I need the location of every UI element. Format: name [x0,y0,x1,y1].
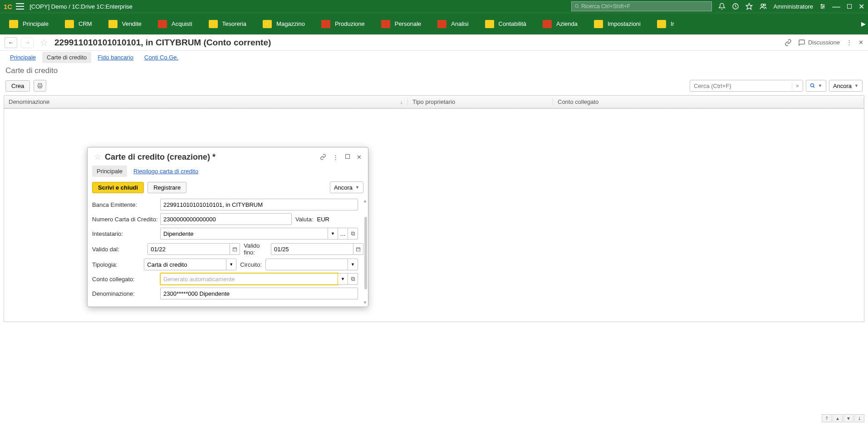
bank-input[interactable] [160,199,358,210]
validto-calendar-button[interactable] [353,243,363,255]
scrollbar[interactable] [364,217,367,289]
bell-icon[interactable] [718,3,726,10]
svg-line-17 [813,87,814,88]
maximize-icon[interactable] [345,154,350,159]
link-icon[interactable] [785,39,792,46]
list-search[interactable]: × [690,80,803,92]
close-page-button[interactable]: ✕ [858,39,863,46]
star-icon[interactable] [745,3,753,10]
type-input[interactable] [144,259,226,270]
nav-personale[interactable]: Personale [376,13,432,34]
holder-ellipsis-button[interactable]: … [338,228,348,239]
svg-point-11 [822,7,823,8]
search-icon [810,83,815,88]
global-search[interactable] [571,1,712,11]
validto-input[interactable] [271,243,353,255]
holder-open-button[interactable] [348,228,358,239]
account-open-button[interactable] [348,273,358,285]
global-search-input[interactable] [581,3,709,10]
nav-tesoreria[interactable]: Tesoreria [203,13,257,34]
currency-value: EUR [317,216,329,223]
page-title: 229911010101010101, in CITYBRUM (Conto c… [54,38,271,48]
dialog-tab-principale[interactable]: Principale [92,166,127,177]
nav-produzione[interactable]: Produzione [316,13,376,34]
col-tipo-proprietario[interactable]: Tipo proprietario [408,98,553,105]
dialog-close-button[interactable]: ✕ [357,154,362,161]
name-input[interactable] [160,288,358,299]
print-button[interactable] [34,80,46,92]
user-label[interactable]: Amministratore [774,3,813,10]
nav-principale[interactable]: Principale [4,13,59,34]
nav-magazzino[interactable]: Magazzino [257,13,316,34]
nav-vendite[interactable]: Vendite [103,13,152,34]
app-logo: 1C [4,3,12,10]
save-close-button[interactable]: Scrivi e chiudi [92,182,144,193]
create-button[interactable]: Crea [5,80,30,92]
dialog-kebab-menu[interactable]: ⋮ [333,154,338,161]
back-button[interactable]: ← [5,37,17,48]
validfrom-calendar-button[interactable] [230,243,240,255]
account-input[interactable] [160,273,338,285]
account-label: Conto collegato: [92,276,160,283]
favorite-toggle[interactable]: ☆ [40,37,48,48]
section-title: Carte di credito [0,64,868,80]
holder-input[interactable] [160,228,328,239]
holder-dropdown-button[interactable]: ▼ [328,228,338,239]
main-nav: Principale CRM Vendite Acquisti Tesoreri… [0,13,868,34]
tab-fido-bancario[interactable]: Fido bancario [93,52,138,63]
dialog-favorite-toggle[interactable]: ☆ [94,152,101,162]
dialog-more-button[interactable]: Ancora ▼ [330,181,363,193]
nav-analisi[interactable]: Analisi [432,13,479,34]
tab-carte-di-credito[interactable]: Carte di credito [42,52,91,63]
menu-button[interactable] [16,3,24,10]
users-icon[interactable] [759,3,767,10]
scroll-down-icon[interactable]: ▼ [363,300,367,305]
dialog-form: ▲ ▼ Banca Emittente: Numero Carta di Cre… [88,197,368,307]
kebab-menu[interactable]: ⋮ [846,39,852,46]
validto-label: Valido fino: [240,242,271,256]
nav-contabilita[interactable]: Contabilità [480,13,537,34]
discuss-button[interactable]: Discussione [798,39,840,46]
save-button[interactable]: Registrare [147,182,186,193]
cardnum-input[interactable] [160,213,292,225]
col-denominazione[interactable]: Denominazione [4,98,408,105]
holder-label: Intestatario: [92,230,160,237]
tab-principale[interactable]: Principale [5,52,40,63]
nav-azienda[interactable]: Azienda [537,13,588,34]
link-icon[interactable] [320,154,326,160]
currency-label: Valuta: [292,216,317,223]
minimize-button[interactable]: — [832,2,840,11]
titlebar: 1C [COPY] Demo / 1C:Drive 1C:Enterprise … [0,0,868,13]
nav-scroll-right[interactable]: ▶ [859,13,868,34]
calendar-icon [356,247,361,252]
nav-impostazioni[interactable]: Impostazioni [588,13,652,34]
circuit-dropdown-button[interactable]: ▼ [348,259,358,270]
close-button[interactable]: ✕ [858,2,864,11]
account-dropdown-button[interactable]: ▼ [338,273,348,285]
circuit-input[interactable] [265,259,348,270]
validfrom-input[interactable] [147,243,230,255]
dialog-tab-riepilogo[interactable]: Riepilogo carta di credito [129,166,203,177]
nav-crm[interactable]: CRM [59,13,103,34]
settings-icon[interactable] [819,3,826,10]
scroll-up-icon[interactable]: ▲ [363,199,367,203]
type-label: Tipologia: [92,261,144,268]
nav-overflow[interactable]: Ir [652,13,685,34]
circuit-label: Circuito: [236,261,265,268]
window-title: [COPY] Demo / 1C:Drive 1C:Enterprise [29,3,132,10]
name-label: Denominazione: [92,290,160,297]
col-conto-collegato[interactable]: Conto collegato [553,98,864,105]
list-search-input[interactable] [690,83,792,89]
page-tabs: Principale Carte di credito Fido bancari… [0,51,868,64]
maximize-button[interactable] [847,4,852,9]
more-button[interactable]: Ancora ▼ [829,80,863,92]
calendar-icon [232,247,237,252]
forward-button[interactable]: → [21,37,34,48]
type-dropdown-button[interactable]: ▼ [226,259,236,270]
tab-conti-coge[interactable]: Conti Co.Ge. [140,52,183,63]
nav-acquisti[interactable]: Acquisti [152,13,203,34]
clear-search-button[interactable]: × [792,83,803,89]
search-dropdown-button[interactable]: ▼ [806,80,826,92]
search-icon [574,4,579,9]
history-icon[interactable] [732,3,739,10]
